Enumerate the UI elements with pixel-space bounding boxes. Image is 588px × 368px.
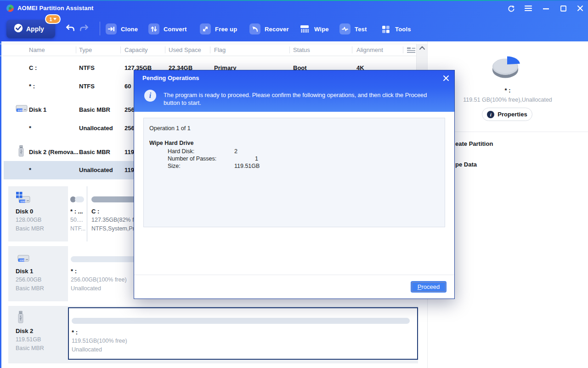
cell-name: Disk 2 (Remova... (29, 149, 79, 155)
cell-name: * (29, 125, 31, 132)
partition-fs: Unallocated (72, 346, 102, 353)
usb-drive-icon (18, 145, 24, 160)
partition-block-selected[interactable]: * : 119.51GB(100% free) Unallocated (68, 307, 418, 360)
wipe-button[interactable]: Wipe (299, 23, 329, 35)
test-button[interactable]: Test (339, 23, 367, 35)
col-header-flag[interactable]: Flag (214, 46, 226, 53)
tools-button[interactable]: Tools (380, 23, 411, 35)
disk2-panel: Disk 2 119.51GB Basic MBR * : 119.51GB(1… (8, 306, 418, 363)
table-top-rule (0, 44, 427, 44)
partition-info: 50.... (70, 217, 83, 223)
partition-info: 119.51GB(100% free) (72, 338, 127, 344)
header-separator (289, 46, 290, 53)
apply-check-icon (14, 23, 23, 34)
convert-label: Convert (164, 26, 187, 33)
disk-capacity: 119.51GB (16, 336, 41, 343)
cell-capacity: 60 (124, 83, 131, 90)
column-settings-icon[interactable] (407, 47, 415, 55)
proceed-button[interactable]: Proceed (411, 281, 447, 293)
partition-label: * : ... (70, 208, 83, 215)
header-separator (403, 46, 403, 53)
free-up-label: Free up (215, 26, 237, 33)
cell-name: * (29, 167, 31, 173)
cell-name: C : (29, 64, 37, 71)
undo-button[interactable] (65, 24, 75, 33)
dialog-close-icon[interactable] (443, 75, 449, 83)
header-separator (352, 46, 352, 53)
field-value: 1 (255, 155, 258, 162)
proceed-label: Proceed (418, 283, 440, 290)
svg-text:SSD: SSD (19, 259, 24, 262)
partition-label: C : (91, 208, 99, 215)
col-header-alignment[interactable]: Alignment (356, 46, 383, 53)
svg-text:SSD: SSD (17, 109, 23, 112)
field-label: Size: (168, 163, 181, 169)
properties-button[interactable]: i Properties (482, 108, 532, 121)
recover-label: Recover (265, 26, 289, 33)
tools-label: Tools (395, 26, 411, 33)
app-logo-icon (6, 4, 14, 12)
col-header-name[interactable]: Name (29, 46, 45, 53)
cell-type: Basic MBR (79, 106, 110, 113)
menu-item-wipe-data[interactable]: pe Data (455, 161, 477, 168)
convert-icon (148, 23, 159, 34)
disk-capacity: 128.00GB (16, 217, 41, 223)
disk-type: Basic MBR (16, 225, 44, 232)
cell-type: NTFS (79, 83, 95, 90)
header-separator (210, 46, 210, 53)
recover-icon (249, 23, 260, 34)
field-value: 2 (234, 148, 237, 155)
close-button[interactable] (576, 4, 584, 12)
clone-icon (106, 23, 117, 34)
freeup-button[interactable]: Free up (200, 23, 237, 35)
redo-button[interactable] (79, 24, 89, 33)
dialog-message-line2: button to start. (164, 99, 201, 106)
menu-item-create-partition[interactable]: eate Partition (455, 140, 493, 147)
col-header-used[interactable]: Used Space (169, 46, 201, 53)
partition-pie-chart (490, 54, 523, 83)
apply-button-label: Apply (26, 25, 44, 33)
col-header-capacity[interactable]: Capacity (124, 46, 148, 53)
disk-name: Disk 1 (16, 268, 33, 275)
usb-drive-icon (17, 310, 24, 326)
menu-button[interactable] (524, 4, 532, 12)
window-title: AOMEI Partition Assistant (17, 5, 94, 12)
partition-info: 256.00GB(100% free) (71, 276, 127, 283)
cell-type: NTFS (79, 64, 95, 71)
info-icon: i (144, 90, 156, 102)
header-separator (165, 46, 165, 53)
ssd-windows-icon: SSD (15, 191, 30, 207)
cell-type: Basic MBR (79, 149, 110, 155)
col-header-status[interactable]: Status (293, 46, 310, 53)
maximize-button[interactable] (559, 4, 567, 12)
ssd-drive-icon: SSD (14, 254, 29, 268)
info-icon: i (487, 111, 494, 118)
minimize-button[interactable] (542, 4, 550, 12)
test-label: Test (355, 26, 367, 33)
disk-type: Basic MBR (16, 285, 44, 292)
cell-name: Disk 1 (29, 106, 46, 113)
tools-icon (380, 23, 391, 34)
partition-block[interactable]: * : ... 50.... NTF... (68, 186, 86, 242)
field-value: 119.51GB (234, 163, 260, 169)
wipe-label: Wipe (314, 26, 329, 33)
col-header-type[interactable]: Type (79, 46, 92, 53)
pending-operations-badge[interactable]: 1 (45, 14, 61, 24)
disk-name: Disk 2 (16, 328, 33, 334)
recover-button[interactable]: Recover (249, 23, 289, 35)
capacity-bar (72, 318, 410, 324)
cell-type: Unallocated (79, 167, 113, 173)
convert-button[interactable]: Convert (148, 23, 187, 35)
badge-count: 1 (49, 17, 52, 22)
dialog-footer-rule (134, 275, 454, 275)
window-left-border (0, 41, 1, 368)
test-icon (339, 23, 351, 34)
header-separator (76, 46, 76, 53)
svg-text:SSD: SSD (20, 200, 25, 203)
chevron-down-icon (53, 18, 57, 20)
pending-operations-dialog: Pending Operations i The program is read… (134, 70, 455, 299)
clone-label: Clone (121, 26, 138, 33)
clone-button[interactable]: Clone (106, 23, 138, 35)
ssd-drive-icon: SSD (15, 103, 28, 115)
refresh-button[interactable] (507, 4, 515, 12)
